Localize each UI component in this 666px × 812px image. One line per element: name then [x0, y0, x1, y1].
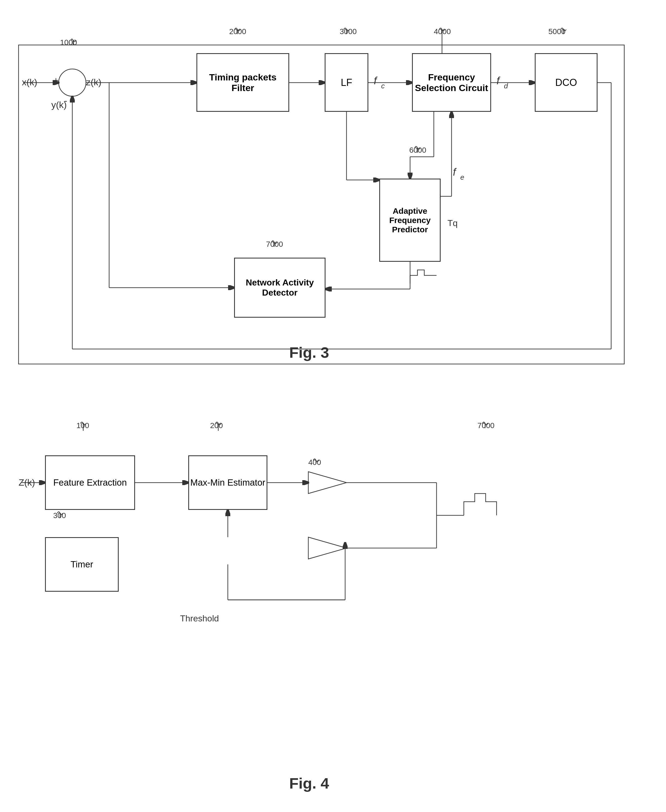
diagram-container: Timing packets Filter LF Frequency Selec… [0, 0, 666, 812]
ref4000-label: 4000 [434, 27, 451, 36]
threshold-label: Threshold [180, 613, 219, 624]
timing-packets-filter-block: Timing packets Filter [196, 53, 289, 112]
ref300-label: 300 [53, 511, 66, 520]
fd-label: f [496, 75, 499, 87]
ref1000-label: 1000 [60, 38, 77, 47]
ref3000-label: 3000 [340, 27, 357, 36]
tq-label: Tq [447, 218, 458, 228]
zk-fig4-label: Z(k) [18, 477, 35, 488]
fe-label: f [453, 166, 456, 178]
fc-sub-label: c [381, 82, 385, 90]
fig4-title: Fig. 4 [289, 774, 329, 792]
svg-marker-38 [308, 472, 346, 493]
ref2000-label: 2000 [229, 27, 246, 36]
diagram-overlay [0, 0, 666, 812]
fd-sub-label: d [504, 82, 508, 90]
ref7000-fig4-label: 7000 [478, 421, 495, 430]
network-activity-detector-block: Network Activity Detector [234, 258, 325, 318]
ref100-label: 100 [76, 421, 89, 430]
lf-block: LF [325, 53, 368, 112]
ref400-label: 400 [308, 458, 321, 467]
fc-label: f [374, 75, 377, 87]
ref6000-label: 6000 [409, 146, 426, 155]
svg-marker-39 [308, 537, 346, 559]
minus-label: - [64, 95, 67, 106]
plus-label: + [53, 75, 59, 85]
zk-label: z(k) [86, 77, 102, 87]
ref7000-fig3-label: 7000 [266, 240, 283, 249]
feature-extraction-block: Feature Extraction [45, 455, 135, 510]
adaptive-frequency-predictor-block: Adaptive Frequency Predictor [379, 179, 441, 262]
dco-block: DCO [535, 53, 597, 112]
max-min-estimator-block: Max-Min Estimator [188, 455, 267, 510]
xk-label: x(k) [22, 77, 37, 87]
fe-sub-label: e [460, 173, 464, 182]
timer-block: Timer [45, 537, 119, 592]
ref200-label: 200 [210, 421, 223, 430]
fig3-title: Fig. 3 [289, 344, 329, 361]
ref5000-label: 5000 [548, 27, 565, 36]
svg-point-3 [59, 69, 86, 96]
frequency-selection-circuit-block: Frequency Selection Circuit [412, 53, 491, 112]
